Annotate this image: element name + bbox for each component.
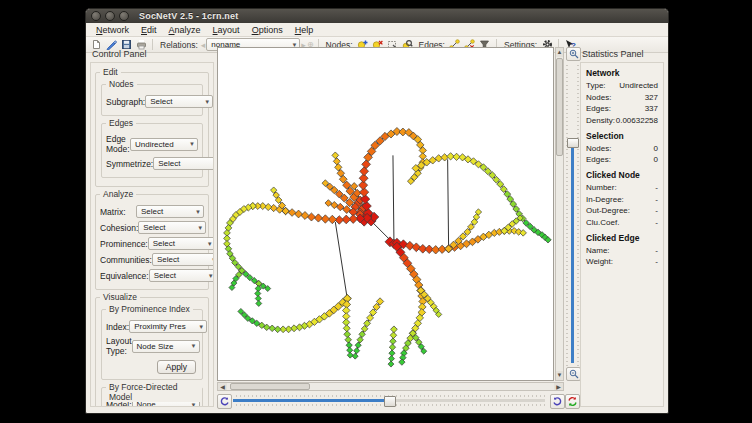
communities-select[interactable]: Select▼	[152, 253, 214, 266]
layout-type-value: Node Size	[137, 342, 174, 351]
graph-node[interactable]	[389, 350, 395, 356]
horizontal-scrollbar-thumb[interactable]	[230, 383, 310, 390]
rotation-slider-fill	[233, 399, 389, 402]
equivalence-label: Equivalence:	[100, 271, 149, 281]
edge-mode-label: Edge Mode:	[106, 134, 130, 154]
prominence-select[interactable]: Select▼	[148, 237, 214, 250]
graph-edge	[448, 159, 449, 247]
communities-label: Communities:	[100, 255, 152, 265]
graph-node[interactable]	[388, 356, 394, 362]
stat-label: In-Degree:	[586, 195, 624, 204]
graph-node[interactable]	[362, 160, 371, 169]
graph-node[interactable]	[360, 167, 369, 176]
stat-label: Out-Degree:	[586, 206, 630, 215]
graph-node[interactable]	[295, 210, 303, 218]
dropdown-arrow-icon: ▼	[195, 209, 201, 215]
window-minimize-button[interactable]	[105, 11, 115, 21]
graph-node[interactable]	[354, 348, 360, 354]
zoom-slider-handle[interactable]	[567, 138, 579, 148]
menu-layout[interactable]: Layout	[207, 24, 246, 36]
zoom-out-button[interactable]	[566, 367, 581, 381]
canvas-horizontal-scrollbar[interactable]: ◀ ▶	[217, 382, 564, 391]
stat-value: -	[655, 183, 658, 192]
scroll-left-icon[interactable]: ◀	[218, 383, 227, 390]
graph-node[interactable]	[332, 152, 339, 159]
equivalence-select[interactable]: Select▼	[149, 269, 214, 282]
canvas-vertical-scrollbar[interactable]: ▲ ▼	[555, 47, 564, 381]
dropdown-arrow-icon: ▼	[208, 273, 214, 279]
graph-node[interactable]	[333, 158, 340, 165]
graph-node[interactable]	[344, 331, 351, 338]
dropdown-arrow-icon: ▼	[198, 324, 204, 330]
graph-node[interactable]	[301, 212, 309, 220]
stat-label: Edges:	[586, 155, 611, 164]
graph-node[interactable]	[352, 353, 358, 359]
stat-label: Edges:	[586, 104, 611, 113]
index-select[interactable]: Proximity Pres▼	[129, 320, 207, 333]
control-panel-title: Control Panel	[92, 49, 147, 59]
vertical-scrollbar-thumb[interactable]	[556, 58, 563, 156]
graph-node[interactable]	[390, 338, 396, 344]
graph-node[interactable]	[256, 300, 262, 306]
graph-node[interactable]	[314, 214, 322, 222]
rotation-slider[interactable]	[233, 394, 545, 407]
matrix-select[interactable]: Select▼	[136, 205, 204, 218]
graph-node[interactable]	[390, 332, 397, 339]
graph-node[interactable]	[321, 215, 329, 223]
prominence-label: Prominence:	[100, 239, 148, 249]
menu-help[interactable]: Help	[289, 24, 320, 36]
layout-type-label: Layout Type:	[106, 336, 132, 356]
network-graph-canvas[interactable]	[217, 47, 554, 381]
graph-node[interactable]	[288, 209, 296, 217]
zoom-slider-column	[565, 47, 580, 381]
cohesion-select[interactable]: Select▼	[138, 221, 206, 234]
prev-relation-icon[interactable]: ◂	[201, 40, 206, 50]
layout-type-select[interactable]: Node Size▼	[132, 340, 200, 353]
equivalence-value: Select	[154, 271, 176, 280]
graph-node[interactable]	[412, 243, 421, 252]
menu-analyze[interactable]: Analyze	[163, 24, 207, 36]
matrix-label: Matrix:	[100, 207, 126, 217]
symmetrize-select[interactable]: Select▼	[153, 157, 214, 170]
stat-value: 0	[654, 144, 658, 153]
edge-mode-select[interactable]: Undirected▼	[130, 138, 198, 151]
stat-value: 337	[645, 104, 658, 113]
apply-prominence-button[interactable]: Apply	[157, 360, 196, 374]
scroll-down-icon[interactable]: ▼	[556, 371, 563, 380]
scroll-up-icon[interactable]: ▲	[556, 48, 563, 57]
statusbar	[86, 409, 668, 413]
stat-value: 327	[645, 93, 658, 102]
graph-node[interactable]	[307, 213, 315, 221]
window-maximize-button[interactable]	[119, 11, 129, 21]
graph-node[interactable]	[389, 344, 395, 350]
menu-network[interactable]: Network	[90, 24, 135, 36]
statistics-panel: Statistics Panel Network Type:Undirected…	[580, 49, 665, 407]
reset-view-button[interactable]	[565, 394, 580, 409]
menu-options[interactable]: Options	[246, 24, 289, 36]
rotation-slider-handle[interactable]	[384, 396, 396, 407]
graph-node[interactable]	[388, 361, 394, 367]
scroll-right-icon[interactable]: ▶	[554, 383, 563, 390]
graph-node[interactable]	[269, 325, 276, 332]
graph-node[interactable]	[391, 326, 398, 333]
menu-edit[interactable]: Edit	[135, 24, 163, 36]
rotate-right-button[interactable]	[550, 394, 565, 409]
edges-group-title: Edges	[106, 118, 136, 128]
rotation-slider-track	[392, 399, 545, 402]
dropdown-arrow-icon: ▼	[191, 343, 197, 349]
graph-node[interactable]	[274, 326, 281, 333]
cohesion-value: Select	[143, 223, 165, 232]
statistics-panel-body: Network Type:Undirected Nodes:327 Edges:…	[580, 62, 664, 407]
symmetrize-label: Symmetrize:	[106, 159, 153, 169]
graph-node[interactable]	[347, 352, 353, 358]
zoom-in-button[interactable]	[566, 47, 581, 61]
graph-node[interactable]	[345, 336, 352, 343]
graph-node[interactable]	[291, 325, 298, 332]
stat-label: Number:	[586, 183, 617, 192]
zoom-slider[interactable]	[565, 62, 580, 366]
subgraph-select[interactable]: Select▼	[145, 95, 213, 108]
graph-node[interactable]	[343, 325, 350, 332]
rotate-left-button[interactable]	[217, 394, 232, 409]
edit-group-title: Edit	[100, 67, 121, 77]
window-close-button[interactable]	[91, 11, 101, 21]
